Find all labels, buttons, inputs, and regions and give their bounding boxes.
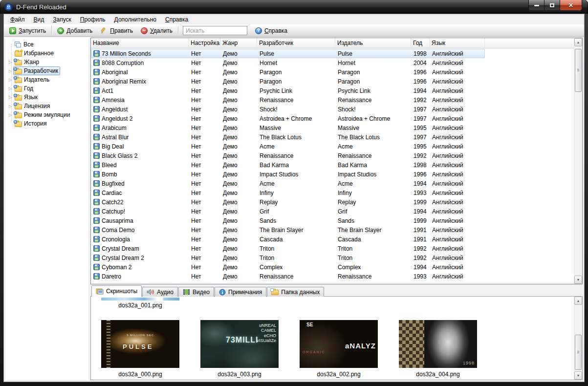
cell-developer: Sands [258, 217, 336, 224]
sidebar-item-language[interactable]: ▷ Язык [5, 93, 88, 102]
floppy-icon [93, 236, 100, 242]
sidebar-item-favorites[interactable]: ★Избранное [5, 49, 88, 58]
cell-developer: Triton [258, 255, 336, 261]
table-row[interactable]: BleedНетДемоBad KarmaBad Karma1998Англий… [91, 160, 485, 170]
column-header-3[interactable]: Разработчик [257, 38, 335, 48]
tab-notes[interactable]: Примечания [215, 287, 266, 297]
table-row[interactable]: Aboriginal RemixНетДемоParagonParagon199… [91, 77, 485, 86]
menu-extras[interactable]: Дополнительно [110, 15, 161, 24]
table-row[interactable]: BombНетДемоImpact StudiosImpact Studios1… [91, 170, 485, 179]
delete-button[interactable]: − Удалить [137, 26, 176, 35]
table-row[interactable]: CausaprimaНетДемоSandsSands1999Английски… [91, 216, 485, 225]
cell-publisher: Complex [336, 264, 412, 271]
table-row[interactable]: DaretroНетДемоRenaissanceRenaissance1993… [91, 272, 485, 281]
menu-view[interactable]: Вид [29, 15, 49, 24]
table-scrollbar[interactable]: ▲ ▼ [574, 38, 582, 284]
expand-arrow-icon[interactable]: ▷ [7, 95, 13, 100]
table-row[interactable]: Catch22НетДемоReplayReplay1999Английский [91, 197, 485, 207]
table-row[interactable]: 73 Million SecondsНетДемоPulsePulse1998А… [91, 49, 485, 58]
add-button[interactable]: + Добавить [53, 26, 96, 35]
column-header-0[interactable]: Название [91, 38, 189, 48]
table-row[interactable]: Big DealНетДемоAcmeAcme1995Английский [91, 142, 485, 151]
client-area: ФайлВидЗапускПрофильДополнительноСправка… [3, 14, 585, 382]
sidebar-item-genre[interactable]: ▷ Жанр [5, 58, 88, 66]
menu-profile[interactable]: Профиль [76, 15, 110, 24]
cell-genre: Демо [221, 227, 258, 234]
screenshot-thumbnail[interactable]: 1998 [399, 320, 477, 368]
cell-config: Нет [189, 69, 221, 76]
table-row[interactable]: Catchup!НетДемоGrifGrif1994Английский [91, 207, 485, 216]
floppy-icon [93, 171, 100, 177]
screenshot-thumbnail[interactable]: 73MILLIuNREAL CAMEL eCHO vISUalIZe [200, 320, 279, 368]
partial-thumbnail[interactable] [101, 298, 179, 300]
panel-scrollbar[interactable]: ▲ ▼ [574, 297, 582, 380]
cell-name: Catch22 [91, 199, 189, 206]
expand-arrow-icon[interactable]: ▷ [7, 113, 13, 117]
screenshot-thumbnail[interactable]: 3 MILLION SEC.PULSE [101, 320, 179, 368]
column-header-1[interactable]: Настройка [189, 38, 220, 48]
column-header-2[interactable]: Жанр [220, 38, 257, 48]
help-button[interactable]: ? Справка [251, 26, 291, 35]
tab-audio[interactable]: Аудио [142, 287, 178, 297]
cell-language: Английский [430, 152, 485, 159]
cell-config: Нет [189, 255, 221, 261]
table-row[interactable]: AngeldustНетДемоShock!Shock!1997Английск… [91, 105, 485, 114]
table-row[interactable]: Angeldust 2НетДемоAstroidea + ChromeAstr… [91, 114, 485, 123]
table-row[interactable]: Crystal Dream 2НетДемоTritonTriton1992Ан… [91, 253, 485, 262]
run-button[interactable]: Запустить [5, 26, 50, 35]
column-header-6[interactable]: Язык [430, 38, 485, 48]
table-row[interactable]: Coma DemoНетДемоThe Brain SlayerThe Brai… [91, 225, 485, 235]
floppy-icon [93, 245, 100, 252]
scroll-up-button[interactable]: ▲ [574, 38, 582, 46]
menu-help[interactable]: Справка [161, 15, 193, 24]
search-input[interactable] [183, 26, 247, 35]
scroll-up-button[interactable]: ▲ [574, 297, 582, 305]
table-row[interactable]: Act1НетДемоPsychic LinkPsychic Link1994А… [91, 86, 485, 95]
table-row[interactable]: AboriginalНетДемоParagonParagon1996Англи… [91, 67, 485, 77]
expand-arrow-icon[interactable]: ▷ [7, 60, 13, 64]
expand-arrow-icon[interactable]: ▷ [7, 69, 13, 73]
table-row[interactable]: BugfixedНетДемоAcmeAcme1994Английский [91, 179, 485, 188]
expand-arrow-icon[interactable]: ▷ [7, 78, 13, 82]
table-row[interactable]: Astral BlurНетДемоThe Black LotusThe Bla… [91, 132, 485, 142]
scroll-down-button[interactable]: ▼ [574, 371, 582, 380]
table-row[interactable]: CardiacНетДемоInfinyInfiny1993Английский [91, 188, 485, 197]
table-row[interactable]: ArabicumНетДемоMassiveMassive1995Английс… [91, 123, 485, 132]
sidebar-item-year[interactable]: ▷ Год [5, 84, 88, 93]
table-row[interactable]: CronologiaНетДемоCascadaCascada1991Англи… [91, 235, 485, 244]
sidebar-item-publisher[interactable]: ▷ Издатель [5, 75, 88, 84]
screenshot-thumbnail[interactable]: aNALYZORGANICSE [300, 320, 378, 368]
minimize-button[interactable] [529, 0, 544, 11]
favorites-folder-icon: ★ [15, 50, 22, 57]
close-button[interactable]: ✕ [560, 0, 582, 11]
expand-arrow-icon[interactable]: ▷ [7, 104, 13, 108]
scroll-thumb[interactable] [575, 49, 582, 92]
thumbnails-row: 3 MILLION SEC.PULSE dos32a_000.png 73MIL… [101, 320, 477, 378]
tab-screenshots[interactable]: Скриншоты [91, 285, 142, 297]
table-row[interactable]: Cyboman 2НетДемоComplexComplex1994Англий… [91, 262, 485, 272]
floppy-icon [93, 255, 100, 261]
menu-file[interactable]: Файл [6, 15, 29, 24]
sidebar-item-developer[interactable]: ▷ Разработчик [5, 66, 88, 75]
menu-run[interactable]: Запуск [48, 15, 76, 24]
edit-button[interactable]: Править [96, 26, 137, 35]
table-row[interactable]: 8088 CorruptionНетДемоHornetHornet2004Ан… [91, 58, 485, 67]
tab-data-folder[interactable]: Папка данных [267, 287, 324, 297]
table-row[interactable]: Crystal DreamНетДемоTritonTriton1992Англ… [91, 244, 485, 253]
tab-video[interactable]: Видео [178, 287, 214, 297]
sidebar-item-history[interactable]: История [5, 119, 88, 128]
column-header-4[interactable]: Издатель [335, 38, 411, 48]
scroll-down-button[interactable]: ▼ [574, 276, 582, 284]
maximize-button[interactable] [544, 0, 560, 11]
folder-icon [15, 86, 22, 92]
table-row[interactable]: AmnesiaНетДемоRenaissanceRenaissance1992… [91, 95, 485, 105]
sidebar-item-license[interactable]: ▷ Лицензия [5, 102, 88, 110]
expand-arrow-icon[interactable]: ▷ [7, 86, 13, 91]
screenshot-item: 73MILLIuNREAL CAMEL eCHO vISUalIZe dos32… [200, 320, 279, 378]
cell-publisher: Grif [336, 208, 412, 215]
scroll-thumb[interactable] [575, 335, 582, 369]
sidebar-item-all[interactable]: Все [5, 40, 88, 49]
sidebar-item-emulation-mode[interactable]: ▷ Режим эмуляции [5, 110, 88, 119]
column-header-5[interactable]: Год [411, 38, 430, 48]
table-row[interactable]: Black Glass 2НетДемоRenaissanceRenaissan… [91, 151, 485, 160]
